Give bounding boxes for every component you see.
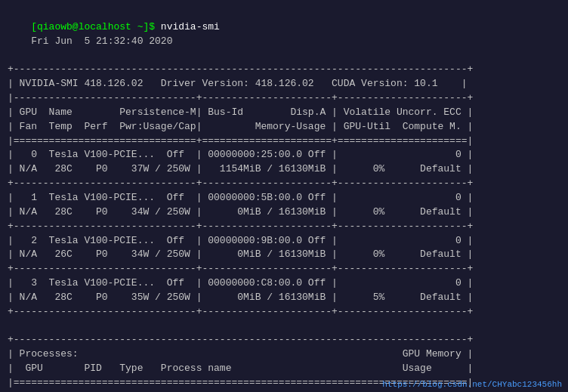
terminal-line: +-------------------------------+-------… <box>8 177 473 189</box>
terminal-line: +-------------------------------+-------… <box>8 263 473 274</box>
terminal-line: | Processes: GPU Memory | <box>8 348 473 360</box>
terminal-line: | N/A 28C P0 34W / 250W | 0MiB / 16130Mi… <box>8 206 473 218</box>
terminal-line: | Fan Temp Perf Pwr:Usage/Cap| Memory-Us… <box>8 121 473 132</box>
terminal-line: | 0 Tesla V100-PCIE... Off | 00000000:25… <box>8 149 473 160</box>
terminal-line: |===============================+=======… <box>8 135 473 147</box>
terminal-line: | 2 Tesla V100-PCIE... Off | 00000000:9B… <box>8 235 473 246</box>
terminal-line: | 1 Tesla V100-PCIE... Off | 00000000:5B… <box>8 192 473 203</box>
terminal-line: +---------------------------------------… <box>8 63 473 75</box>
terminal-window: [qiaowb@localhost ~]$ nvidia-smi Fri Jun… <box>0 0 568 392</box>
terminal-line: |-------------------------------+-------… <box>8 92 473 103</box>
terminal-line: +---------------------------------------… <box>8 334 473 345</box>
terminal-line: | GPU Name Persistence-M| Bus-Id Disp.A … <box>8 106 473 118</box>
terminal-line: | NVIDIA-SMI 418.126.02 Driver Version: … <box>8 78 468 89</box>
terminal-line: | 3 Tesla V100-PCIE... Off | 00000000:C8… <box>8 277 473 289</box>
terminal-lines: +---------------------------------------… <box>8 63 473 392</box>
watermark-text: https://blog.csdn.net/CHYabc123456hh <box>382 380 562 389</box>
terminal-timestamp: Fri Jun 5 21:32:40 2020 <box>31 35 172 47</box>
terminal-line: | GPU PID Type Process name Usage | <box>8 363 473 374</box>
terminal-line: +-------------------------------+-------… <box>8 221 473 232</box>
terminal-line: | N/A 26C P0 34W / 250W | 0MiB / 16130Mi… <box>8 248 473 260</box>
terminal-line: | N/A 28C P0 37W / 250W | 1154MiB / 1613… <box>8 163 473 174</box>
terminal-output[interactable]: [qiaowb@localhost ~]$ nvidia-smi Fri Jun… <box>0 0 568 392</box>
terminal-line: +-------------------------------+-------… <box>8 306 473 317</box>
terminal-command: nvidia-smi <box>155 21 220 32</box>
terminal-line: | N/A 28C P0 35W / 250W | 0MiB / 16130Mi… <box>8 292 473 303</box>
terminal-prompt: [qiaowb@localhost ~]$ <box>31 21 155 32</box>
